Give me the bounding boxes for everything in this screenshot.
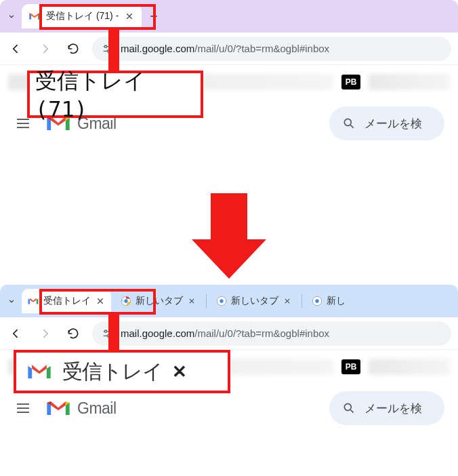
tab-title: 新しいタブ: [231, 295, 278, 307]
tab-close-icon[interactable]: [187, 296, 196, 306]
svg-point-2: [344, 119, 351, 125]
search-mail-input[interactable]: メールを検: [329, 106, 444, 140]
back-button[interactable]: [7, 324, 26, 343]
gmail-logo[interactable]: Gmail: [45, 398, 117, 418]
close-icon: ✕: [172, 361, 187, 382]
tab-divider: [206, 294, 207, 309]
gmail-m-icon: [26, 361, 53, 382]
tab-title: 新し: [327, 295, 346, 307]
new-tab-button[interactable]: [144, 7, 163, 26]
before-panel: 受信トレイ (71) - mail.google.com/mail/u/0/?t…: [0, 0, 458, 190]
gmail-favicon-icon: [27, 295, 39, 307]
address-bar[interactable]: mail.google.com/mail/u/0/?tab=rm&ogbl#in…: [92, 321, 451, 346]
tab-close-icon[interactable]: [283, 296, 292, 306]
gmail-favicon-icon: [28, 10, 41, 22]
forward-button[interactable]: [35, 324, 54, 343]
after-panel: 受信トレイ 新しいタブ 新しいタブ: [0, 285, 458, 475]
reload-button[interactable]: [64, 39, 83, 58]
tabs-overflow-chevron[interactable]: [4, 294, 19, 309]
back-button[interactable]: [7, 39, 26, 58]
gmail-word: Gmail: [77, 399, 117, 418]
svg-point-8: [315, 299, 318, 302]
tab-title: 受信トレイ (71) -: [46, 10, 119, 22]
svg-point-4: [124, 299, 127, 302]
gmail-m-icon: [45, 398, 72, 418]
tab-strip: 受信トレイ (71) -: [0, 0, 458, 33]
tab-divider: [301, 294, 302, 309]
svg-point-6: [220, 299, 223, 302]
chrome-favicon-icon: [121, 296, 131, 306]
pb-badge-icon: PB: [341, 359, 360, 374]
hamburger-menu-icon[interactable]: [14, 399, 33, 418]
address-bar[interactable]: mail.google.com/mail/u/0/?tab=rm&ogbl#in…: [92, 37, 451, 61]
zoom-label: 受信トレイ (71): [30, 73, 201, 115]
svg-point-0: [104, 45, 106, 47]
tab-close-icon[interactable]: [95, 296, 106, 306]
forward-button[interactable]: [35, 39, 54, 58]
down-arrow-icon: [0, 190, 458, 285]
browser-tab-background[interactable]: 新し: [305, 289, 352, 313]
zoom-callout: 受信トレイ (71): [27, 71, 203, 118]
reload-button[interactable]: [64, 324, 83, 343]
search-mail-input[interactable]: メールを検: [329, 391, 444, 425]
tab-title: 新しいタブ: [136, 295, 183, 307]
search-icon: [341, 401, 356, 416]
tab-strip: 受信トレイ 新しいタブ 新しいタブ: [0, 285, 458, 317]
search-placeholder: メールを検: [365, 401, 422, 416]
tab-title: 受信トレイ: [43, 295, 91, 307]
zoom-callout: 受信トレイ ✕: [14, 350, 230, 393]
tabs-overflow-chevron[interactable]: [4, 9, 19, 24]
blurred-bookmark: [369, 359, 450, 375]
blurred-bookmark: [369, 74, 450, 90]
browser-tab-background[interactable]: 新しいタブ: [114, 289, 203, 313]
browser-toolbar: mail.google.com/mail/u/0/?tab=rm&ogbl#in…: [0, 317, 458, 350]
browser-toolbar: mail.google.com/mail/u/0/?tab=rm&ogbl#in…: [0, 33, 458, 65]
browser-tab-active[interactable]: 受信トレイ (71) -: [22, 4, 142, 28]
browser-tab-background[interactable]: 新しいタブ: [209, 289, 299, 313]
pb-badge-icon: PB: [341, 75, 360, 90]
url-text: mail.google.com/mail/u/0/?tab=rm&ogbl#in…: [121, 43, 329, 54]
chrome-favicon-icon: [312, 296, 322, 306]
chrome-favicon-icon: [216, 296, 227, 306]
search-icon: [341, 116, 356, 131]
zoom-label: 受信トレイ: [62, 358, 163, 386]
search-placeholder: メールを検: [365, 116, 422, 132]
tab-close-icon[interactable]: [124, 11, 135, 22]
svg-point-11: [344, 403, 351, 410]
svg-point-9: [104, 330, 106, 332]
browser-tab-active[interactable]: 受信トレイ: [22, 289, 111, 313]
url-text: mail.google.com/mail/u/0/?tab=rm&ogbl#in…: [121, 328, 329, 339]
callout-connector: [108, 315, 119, 353]
